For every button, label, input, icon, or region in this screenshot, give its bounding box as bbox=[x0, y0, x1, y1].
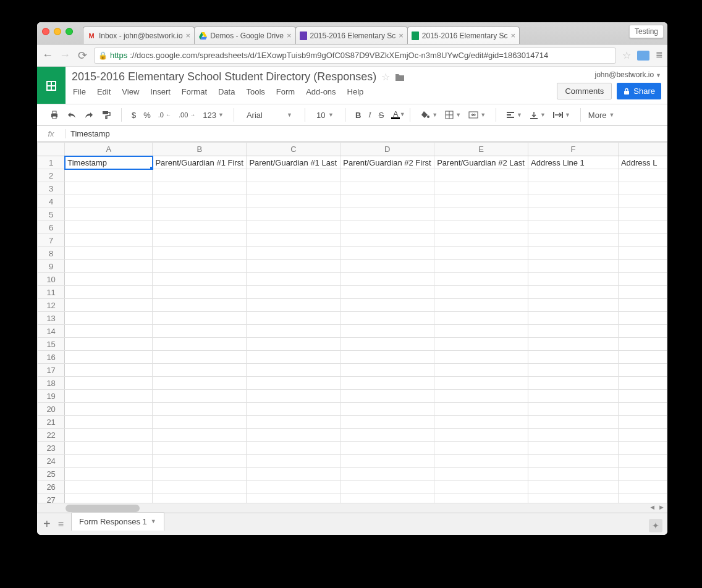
bookmark-star-icon[interactable]: ☆ bbox=[622, 49, 631, 61]
star-document-icon[interactable]: ☆ bbox=[381, 71, 390, 83]
cell-F25[interactable] bbox=[528, 468, 619, 481]
cell-C9[interactable] bbox=[247, 260, 340, 273]
cell-F15[interactable] bbox=[528, 338, 619, 351]
cell-E1[interactable]: Parent/Guardian #2 Last bbox=[434, 156, 528, 169]
close-window-icon[interactable] bbox=[42, 28, 49, 35]
cell-B8[interactable] bbox=[153, 247, 247, 260]
row-header-15[interactable]: 15 bbox=[38, 338, 65, 351]
column-header-F[interactable]: F bbox=[528, 143, 619, 156]
cell-overflow-18[interactable] bbox=[618, 377, 667, 390]
row-header-26[interactable]: 26 bbox=[38, 481, 65, 494]
cell-B15[interactable] bbox=[153, 338, 247, 351]
chrome-menu-icon[interactable]: ≡ bbox=[656, 49, 662, 62]
address-bar[interactable]: 🔒 https://docs.google.com/spreadsheets/d… bbox=[94, 48, 616, 64]
cell-F20[interactable] bbox=[528, 403, 619, 416]
cell-F27[interactable] bbox=[528, 494, 619, 503]
cell-overflow-3[interactable] bbox=[618, 182, 667, 195]
row-header-8[interactable]: 8 bbox=[38, 247, 65, 260]
format-currency-button[interactable]: $ bbox=[129, 111, 138, 120]
cell-F13[interactable] bbox=[528, 312, 619, 325]
cell-overflow-20[interactable] bbox=[618, 403, 667, 416]
cell-E9[interactable] bbox=[434, 260, 528, 273]
cell-D19[interactable] bbox=[340, 390, 434, 403]
cell-overflow-12[interactable] bbox=[618, 299, 667, 312]
fill-color-button[interactable]: ▼ bbox=[418, 111, 440, 119]
row-header-10[interactable]: 10 bbox=[38, 273, 65, 286]
cell-C18[interactable] bbox=[247, 377, 340, 390]
menu-file[interactable]: File bbox=[73, 87, 86, 96]
tab-drive[interactable]: Demos - Google Drive × bbox=[194, 27, 295, 44]
cell-A20[interactable] bbox=[65, 403, 153, 416]
tab-sheets[interactable]: 2015-2016 Elementary Sc × bbox=[407, 27, 520, 44]
cell-A15[interactable] bbox=[65, 338, 153, 351]
cell-B9[interactable] bbox=[153, 260, 247, 273]
cell-F1[interactable]: Address Line 1 bbox=[528, 156, 619, 169]
row-header-6[interactable]: 6 bbox=[38, 221, 65, 234]
document-title[interactable]: 2015-2016 Elementary School Student Dire… bbox=[72, 70, 376, 83]
cell-C6[interactable] bbox=[247, 221, 340, 234]
cell-E26[interactable] bbox=[434, 481, 528, 494]
cell-A26[interactable] bbox=[65, 481, 153, 494]
cell-F19[interactable] bbox=[528, 390, 619, 403]
close-tab-icon[interactable]: × bbox=[511, 31, 516, 40]
cell-overflow-1[interactable]: Address L bbox=[618, 156, 667, 169]
cell-A21[interactable] bbox=[65, 416, 153, 429]
cell-E2[interactable] bbox=[434, 169, 528, 182]
text-color-button[interactable]: A▼ bbox=[389, 111, 402, 119]
cell-C25[interactable] bbox=[247, 468, 340, 481]
more-toolbar-button[interactable]: More▼ bbox=[588, 111, 615, 120]
row-header-20[interactable]: 20 bbox=[38, 403, 65, 416]
cell-D12[interactable] bbox=[340, 299, 434, 312]
cell-E11[interactable] bbox=[434, 286, 528, 299]
row-header-18[interactable]: 18 bbox=[38, 377, 65, 390]
all-sheets-button[interactable]: ≡ bbox=[58, 519, 64, 530]
cell-E12[interactable] bbox=[434, 299, 528, 312]
menu-addons[interactable]: Add-ons bbox=[306, 87, 336, 96]
cell-overflow-13[interactable] bbox=[618, 312, 667, 325]
cell-D20[interactable] bbox=[340, 403, 434, 416]
menu-tools[interactable]: Tools bbox=[246, 87, 264, 96]
horizontal-scrollbar[interactable]: ◄► bbox=[37, 503, 667, 513]
cell-C2[interactable] bbox=[247, 169, 340, 182]
cell-B10[interactable] bbox=[153, 273, 247, 286]
cell-overflow-5[interactable] bbox=[618, 208, 667, 221]
cell-F16[interactable] bbox=[528, 351, 619, 364]
cell-D5[interactable] bbox=[340, 208, 434, 221]
cell-C16[interactable] bbox=[247, 351, 340, 364]
cell-D9[interactable] bbox=[340, 260, 434, 273]
cell-A25[interactable] bbox=[65, 468, 153, 481]
cell-A9[interactable] bbox=[65, 260, 153, 273]
cell-B2[interactable] bbox=[153, 169, 247, 182]
row-header-4[interactable]: 4 bbox=[38, 195, 65, 208]
scroll-right-icon[interactable]: ► bbox=[658, 503, 665, 511]
row-header-21[interactable]: 21 bbox=[38, 416, 65, 429]
zoom-window-icon[interactable] bbox=[66, 28, 73, 35]
cell-B27[interactable] bbox=[153, 494, 247, 503]
cell-B11[interactable] bbox=[153, 286, 247, 299]
cell-E3[interactable] bbox=[434, 182, 528, 195]
row-header-2[interactable]: 2 bbox=[38, 169, 65, 182]
cell-E4[interactable] bbox=[434, 195, 528, 208]
comments-button[interactable]: Comments bbox=[557, 83, 612, 99]
cell-D25[interactable] bbox=[340, 468, 434, 481]
sheet-tab[interactable]: Form Responses 1 ▼ bbox=[71, 512, 164, 531]
cell-C5[interactable] bbox=[247, 208, 340, 221]
row-header-3[interactable]: 3 bbox=[38, 182, 65, 195]
increase-decimal-button[interactable]: .00→ bbox=[176, 111, 198, 119]
cell-C27[interactable] bbox=[247, 494, 340, 503]
move-folder-icon[interactable] bbox=[395, 73, 405, 82]
row-header-14[interactable]: 14 bbox=[38, 325, 65, 338]
close-tab-icon[interactable]: × bbox=[287, 31, 292, 40]
cell-E27[interactable] bbox=[434, 494, 528, 503]
close-tab-icon[interactable]: × bbox=[399, 31, 404, 40]
row-header-12[interactable]: 12 bbox=[38, 299, 65, 312]
cell-C13[interactable] bbox=[247, 312, 340, 325]
row-header-5[interactable]: 5 bbox=[38, 208, 65, 221]
cell-B13[interactable] bbox=[153, 312, 247, 325]
cell-D16[interactable] bbox=[340, 351, 434, 364]
cell-D15[interactable] bbox=[340, 338, 434, 351]
cell-A22[interactable] bbox=[65, 429, 153, 442]
text-wrap-button[interactable]: ▼ bbox=[551, 111, 573, 119]
cell-A8[interactable] bbox=[65, 247, 153, 260]
select-all-corner[interactable] bbox=[38, 143, 65, 156]
